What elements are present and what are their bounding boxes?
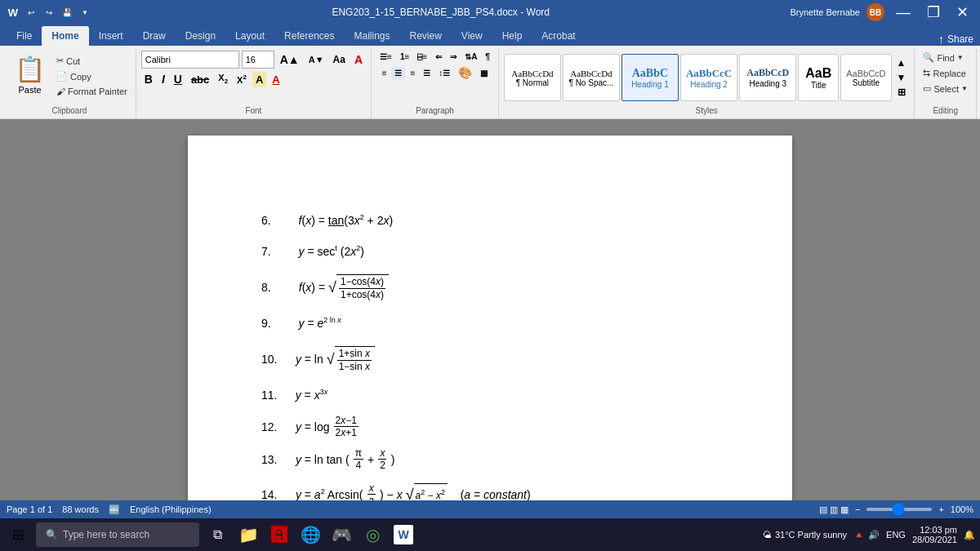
cut-btn[interactable]: ✂ Cut (53, 54, 131, 68)
tab-mailings[interactable]: Mailings (344, 26, 399, 46)
italic-btn[interactable]: I (158, 71, 168, 87)
taskbar-search[interactable]: 🔍 Type here to search (36, 522, 199, 547)
layout-icons[interactable]: ▤ ▥ ▦ (819, 504, 849, 515)
user-avatar[interactable]: BB (866, 3, 884, 21)
document-area[interactable]: 6. f(x) = tan(3x2 + 2x) 7. y = sect (2x2… (0, 119, 980, 500)
style-subtitle-label: Subtitle (853, 78, 880, 87)
tab-insert[interactable]: Insert (89, 26, 133, 46)
shading-btn[interactable]: 🎨 (455, 64, 475, 81)
tab-acrobat[interactable]: Acrobat (532, 26, 585, 46)
style-heading1[interactable]: AaBbC Heading 1 (621, 54, 679, 101)
bullets-btn[interactable]: ☰≡ (376, 51, 395, 63)
replace-btn[interactable]: ⇆ Replace (920, 66, 969, 80)
superscript-btn[interactable]: X2 (234, 72, 250, 87)
styles-scroll-up[interactable]: ▲ (893, 56, 910, 70)
taskbar-word-icon[interactable]: W (390, 522, 416, 548)
save-btn[interactable]: 💾 (60, 6, 74, 19)
style-normal[interactable]: AaBbCcDd ¶ Normal (504, 54, 561, 101)
zoom-in-btn[interactable]: + (938, 504, 943, 514)
tab-file[interactable]: File (7, 26, 42, 46)
title-bar-left: W ↩ ↪ 💾 ▼ (7, 6, 91, 19)
editing-content: 🔍 Find ▼ ⇆ Replace ▭ Select ▼ (920, 51, 971, 104)
sort-btn[interactable]: ⇅A (461, 51, 480, 63)
select-btn[interactable]: ▭ Select ▼ (920, 82, 971, 96)
decrease-indent-btn[interactable]: ⇐ (432, 51, 445, 63)
equation-13: 13. y = ln tan ( π 4 + x 2 ) (261, 447, 719, 472)
find-btn[interactable]: 🔍 Find ▼ (920, 51, 966, 64)
tab-review[interactable]: Review (400, 26, 452, 46)
tab-help[interactable]: Help (492, 26, 532, 46)
zoom-slider[interactable] (866, 508, 932, 511)
style-h2-preview: AaBbCcC (686, 67, 732, 80)
bold-btn[interactable]: B (141, 71, 156, 87)
undo-btn[interactable]: ↩ (24, 6, 38, 19)
system-icons[interactable]: 🔺 🔊 (853, 530, 880, 540)
clock-date: 28/09/2021 (912, 535, 957, 544)
align-right-btn[interactable]: ≡ (407, 67, 418, 79)
taskbar-task-view-btn[interactable]: ⧉ (204, 522, 230, 548)
find-chevron: ▼ (957, 54, 964, 61)
zoom-out-btn[interactable]: − (855, 504, 860, 514)
multilevel-btn[interactable]: ⌸≡ (414, 51, 430, 63)
taskbar-icon-2[interactable]: 🅰 (266, 522, 292, 548)
font-content: A▲ A▼ Aa A B I U abc X2 X2 A A (141, 51, 366, 104)
paste-btn[interactable]: 📋 Paste (8, 51, 51, 98)
justify-btn[interactable]: ☰ (420, 67, 434, 79)
borders-btn[interactable]: ▦ (477, 67, 491, 79)
format-painter-btn[interactable]: 🖌 Format Painter (53, 85, 131, 98)
editing-group: 🔍 Find ▼ ⇆ Replace ▭ Select ▼ Editing (915, 49, 977, 118)
line-spacing-btn[interactable]: ↕☰ (435, 67, 453, 79)
weather-icon: 🌤 (763, 530, 772, 540)
strikethrough-btn[interactable]: abc (188, 72, 212, 87)
align-center-btn[interactable]: ☰ (391, 67, 405, 79)
font-row-2: B I U abc X2 X2 A A (141, 71, 283, 87)
increase-indent-btn[interactable]: ⇒ (447, 51, 460, 63)
taskbar-icon-3[interactable]: 🌐 (297, 522, 323, 548)
clear-format-btn[interactable]: A (351, 51, 366, 68)
taskbar-icon-1[interactable]: 📁 (235, 522, 261, 548)
font-case-btn[interactable]: Aa (330, 52, 349, 67)
style-heading3[interactable]: AaBbCcD Heading 3 (739, 54, 796, 101)
windows-start-btn[interactable]: ⊞ (5, 522, 31, 548)
para-row-1: ☰≡ 1≡ ⌸≡ ⇐ ⇒ ⇅A ¶ (376, 51, 493, 63)
tab-home[interactable]: Home (42, 26, 88, 46)
style-heading2[interactable]: AaBbCcC Heading 2 (680, 54, 737, 101)
subscript-btn[interactable]: X2 (215, 71, 231, 87)
document-page[interactable]: 6. f(x) = tan(3x2 + 2x) 7. y = sect (2x2… (188, 136, 792, 500)
tab-layout[interactable]: Layout (225, 26, 274, 46)
show-marks-btn[interactable]: ¶ (482, 51, 493, 63)
font-size-select[interactable] (242, 51, 274, 69)
word-icon[interactable]: W (7, 6, 20, 19)
font-family-select[interactable] (141, 51, 239, 69)
numbering-btn[interactable]: 1≡ (397, 51, 412, 63)
styles-scroll-down[interactable]: ▼ (893, 70, 910, 85)
style-subtitle[interactable]: AaBbCcD Subtitle (840, 54, 891, 101)
tab-draw[interactable]: Draw (133, 26, 176, 46)
close-btn[interactable]: ✕ (951, 0, 973, 24)
align-left-btn[interactable]: ≡ (379, 67, 390, 79)
redo-btn[interactable]: ↪ (42, 6, 56, 19)
volume-icon: 🔊 (868, 530, 880, 540)
underline-btn[interactable]: U (171, 71, 185, 87)
minimize-btn[interactable]: — (891, 0, 915, 24)
notification-icon[interactable]: 🔔 (964, 530, 975, 540)
tab-view[interactable]: View (452, 26, 492, 46)
share-btn[interactable]: ↑ Share (938, 33, 973, 46)
highlight-btn[interactable]: A (252, 72, 266, 87)
shrink-font-btn[interactable]: A▼ (305, 53, 327, 66)
styles-expand[interactable]: ⊞ (893, 85, 910, 100)
tab-design[interactable]: Design (176, 26, 225, 46)
tab-references[interactable]: References (274, 26, 344, 46)
restore-btn[interactable]: ❐ (922, 0, 945, 24)
equation-7: 7. y = sect (2x2) (261, 240, 719, 263)
taskbar-icon-4[interactable]: 🎮 (328, 522, 354, 548)
clipboard-label: Clipboard (51, 106, 87, 115)
copy-btn[interactable]: 📄 Copy (53, 69, 131, 83)
style-title[interactable]: AaB Title (798, 54, 839, 101)
taskbar-icon-5[interactable]: ◎ (359, 522, 385, 548)
language-indicator: ENG (886, 530, 906, 540)
customize-btn[interactable]: ▼ (78, 6, 91, 19)
grow-font-btn[interactable]: A▲ (277, 51, 303, 68)
font-color-btn[interactable]: A (269, 72, 283, 87)
style-no-spacing[interactable]: AaBbCcDd ¶ No Spac... (563, 54, 620, 101)
